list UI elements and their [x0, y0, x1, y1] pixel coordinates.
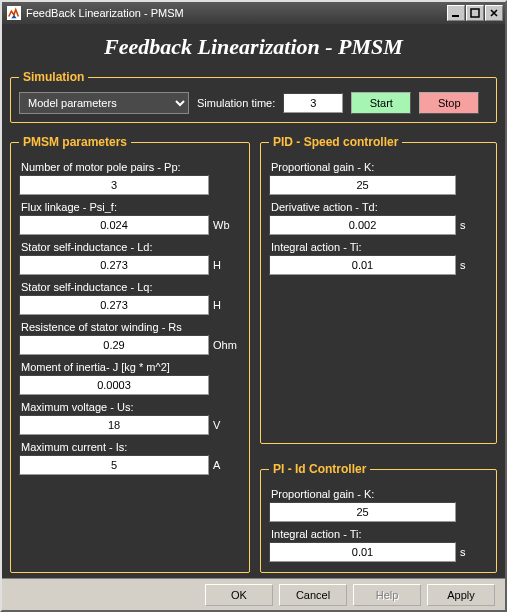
simulation-legend: Simulation	[19, 70, 88, 84]
pid-group: PID - Speed controller Proportional gain…	[260, 135, 497, 444]
pi-ti-input[interactable]	[269, 542, 456, 562]
pid-ti-input[interactable]	[269, 255, 456, 275]
pi-k-label: Proportional gain - K:	[271, 488, 488, 500]
pi-ti-label: Integral action - Ti:	[271, 528, 488, 540]
pid-td-unit: s	[460, 219, 488, 231]
is-input[interactable]	[19, 455, 209, 475]
app-icon	[6, 5, 22, 21]
is-label: Maximum current - Is:	[21, 441, 241, 453]
pid-td-label: Derivative action - Td:	[271, 201, 488, 213]
pid-k-input[interactable]	[269, 175, 456, 195]
pid-ti-label: Integral action - Ti:	[271, 241, 488, 253]
simulation-time-label: Simulation time:	[197, 97, 275, 109]
cancel-button[interactable]: Cancel	[279, 584, 347, 606]
us-unit: V	[213, 419, 241, 431]
psif-label: Flux linkage - Psi_f:	[21, 201, 241, 213]
psif-unit: Wb	[213, 219, 241, 231]
minimize-button[interactable]	[447, 5, 465, 21]
model-parameters-dropdown[interactable]: Model parameters	[19, 92, 189, 114]
pp-label: Number of motor pole pairs - Pp:	[21, 161, 241, 173]
pp-input[interactable]	[19, 175, 209, 195]
window-title: FeedBack Linearization - PMSM	[26, 7, 446, 19]
window-controls	[446, 5, 503, 21]
pid-ti-unit: s	[460, 259, 488, 271]
content-area: Simulation Model parameters Simulation t…	[2, 66, 505, 578]
pi-ti-unit: s	[460, 546, 488, 558]
j-label: Moment of inertia- J [kg * m^2]	[21, 361, 241, 373]
pi-k-input[interactable]	[269, 502, 456, 522]
titlebar: FeedBack Linearization - PMSM	[2, 2, 505, 24]
us-label: Maximum voltage - Us:	[21, 401, 241, 413]
is-unit: A	[213, 459, 241, 471]
ok-button[interactable]: OK	[205, 584, 273, 606]
svg-rect-1	[452, 15, 459, 17]
maximize-button[interactable]	[466, 5, 484, 21]
rs-unit: Ohm	[213, 339, 241, 351]
dialog-button-bar: OK Cancel Help Apply	[2, 578, 505, 610]
pid-k-label: Proportional gain - K:	[271, 161, 488, 173]
pid-td-input[interactable]	[269, 215, 456, 235]
j-input[interactable]	[19, 375, 209, 395]
page-title: Feedback Linearization - PMSM	[2, 24, 505, 66]
pmsm-legend: PMSM parameters	[19, 135, 131, 149]
pi-group: PI - Id Controller Proportional gain - K…	[260, 462, 497, 573]
window: FeedBack Linearization - PMSM Feedback L…	[0, 0, 507, 612]
pmsm-group: PMSM parameters Number of motor pole pai…	[10, 135, 250, 573]
lq-input[interactable]	[19, 295, 209, 315]
svg-rect-2	[471, 9, 479, 17]
simulation-group: Simulation Model parameters Simulation t…	[10, 70, 497, 123]
us-input[interactable]	[19, 415, 209, 435]
ld-unit: H	[213, 259, 241, 271]
rs-input[interactable]	[19, 335, 209, 355]
rs-label: Resistence of stator winding - Rs	[21, 321, 241, 333]
start-button[interactable]: Start	[351, 92, 411, 114]
pi-legend: PI - Id Controller	[269, 462, 370, 476]
apply-button[interactable]: Apply	[427, 584, 495, 606]
ld-input[interactable]	[19, 255, 209, 275]
close-button[interactable]	[485, 5, 503, 21]
ld-label: Stator self-inductance - Ld:	[21, 241, 241, 253]
lq-unit: H	[213, 299, 241, 311]
help-button[interactable]: Help	[353, 584, 421, 606]
psif-input[interactable]	[19, 215, 209, 235]
simulation-time-input[interactable]	[283, 93, 343, 113]
pid-legend: PID - Speed controller	[269, 135, 402, 149]
lq-label: Stator self-inductance - Lq:	[21, 281, 241, 293]
stop-button[interactable]: Stop	[419, 92, 479, 114]
